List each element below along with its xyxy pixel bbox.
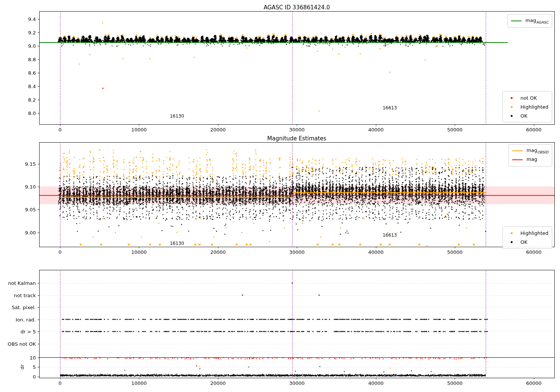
x-tick-label: 10000 bbox=[131, 249, 147, 255]
category-label: not track bbox=[14, 292, 36, 298]
legend-ok-label: OK bbox=[520, 239, 528, 245]
x-tick-label: 30000 bbox=[289, 127, 305, 133]
category-label: OBS not OK bbox=[8, 341, 36, 346]
top-plot-title: AGASC ID 336861424.0 bbox=[264, 4, 330, 11]
x-tick-label: 20000 bbox=[210, 127, 225, 133]
ok-dot-swatch bbox=[511, 241, 513, 243]
x-tick-label: 30000 bbox=[289, 249, 305, 255]
category-label: Ion. rad. bbox=[16, 317, 36, 322]
mag-agasc-line-swatch bbox=[511, 21, 522, 21]
legend-item-mag-obsid: magOBSID bbox=[512, 146, 548, 155]
y-tick-label: 8.0 bbox=[28, 111, 36, 116]
y-tick-label: 9.10 bbox=[25, 184, 36, 190]
legend-ok-label: OK bbox=[520, 113, 528, 119]
y-tick-label: 9.0 bbox=[28, 43, 36, 49]
category-label: dr > 5 bbox=[21, 329, 36, 335]
mag-obsid-line-swatch bbox=[512, 150, 523, 151]
x-tick-label: 50000 bbox=[447, 127, 463, 133]
obsid-annotation-mid-16130: 16130 bbox=[170, 241, 184, 246]
x-tick-label: 30000 bbox=[289, 380, 305, 386]
legend-item-highlighted-mid: Highlighted bbox=[506, 228, 548, 237]
obsid-annotation-top-16613: 16613 bbox=[383, 105, 397, 111]
legend-mag-agasc: magAGASC bbox=[507, 14, 552, 28]
x-tick-label: 60000 bbox=[526, 127, 541, 133]
y-tick-label: 9.2 bbox=[28, 30, 36, 35]
dr-axis-label: dr bbox=[19, 364, 25, 370]
highlighted-dot-swatch bbox=[511, 106, 513, 108]
y-tick-label: 8.6 bbox=[28, 70, 36, 76]
legend-top-points: not OK Highlighted OK bbox=[503, 91, 552, 122]
y-tick-label: 9.05 bbox=[25, 207, 36, 212]
y-tick-label: 10 bbox=[29, 355, 36, 360]
x-tick-label: 20000 bbox=[210, 380, 225, 386]
x-tick-label: 50000 bbox=[447, 380, 463, 386]
category-label: Sat. pixel. bbox=[12, 305, 36, 310]
legend-not-ok-label: not OK bbox=[520, 95, 537, 101]
highlighted-dot-swatch bbox=[511, 232, 513, 234]
y-tick-label: 5 bbox=[33, 364, 36, 370]
category-label: not Kalman bbox=[8, 280, 36, 286]
legend-item-not-ok: not OK bbox=[506, 93, 548, 102]
x-tick-label: 60000 bbox=[526, 380, 541, 386]
legend-mag-label: mag bbox=[526, 156, 537, 163]
legend-item-highlighted: Highlighted bbox=[506, 102, 548, 111]
legend-mag-lines: magOBSID mag bbox=[508, 144, 552, 167]
legend-mag-agasc-label: magAGASC bbox=[525, 18, 548, 24]
legend-item-ok-mid: OK bbox=[506, 237, 548, 246]
plots-canvas bbox=[0, 0, 560, 392]
not-ok-dot-swatch bbox=[511, 97, 513, 99]
x-tick-label: 40000 bbox=[368, 380, 383, 386]
y-tick-label: 9.4 bbox=[28, 16, 36, 22]
legend-highlighted-label: Highlighted bbox=[520, 104, 548, 110]
x-tick-label: 50000 bbox=[447, 249, 463, 255]
y-tick-label: 9.00 bbox=[25, 230, 36, 235]
middle-plot-title: Magnitude Estimates bbox=[267, 135, 326, 142]
mag-line-swatch bbox=[512, 159, 523, 160]
y-tick-label: 8.4 bbox=[28, 84, 36, 89]
x-tick-label: 20000 bbox=[210, 249, 225, 255]
x-tick-label: 0 bbox=[59, 249, 62, 255]
y-tick-label: 8.2 bbox=[28, 97, 36, 103]
obsid-annotation-top-16130: 16130 bbox=[170, 113, 184, 119]
x-tick-label: 10000 bbox=[131, 127, 147, 133]
y-tick-label: 0 bbox=[33, 374, 36, 379]
legend-middle-points: Highlighted OK bbox=[503, 226, 552, 249]
legend-highlighted-label: Highlighted bbox=[520, 230, 548, 236]
x-tick-label: 40000 bbox=[368, 249, 383, 255]
y-tick-label: 9.15 bbox=[25, 161, 36, 167]
legend-item-mag: mag bbox=[512, 155, 548, 164]
x-tick-label: 0 bbox=[59, 127, 62, 133]
legend-mag-obsid-label: magOBSID bbox=[526, 147, 548, 154]
ok-dot-swatch bbox=[511, 115, 513, 117]
obsid-annotation-mid-16613: 16613 bbox=[383, 233, 397, 238]
x-tick-label: 40000 bbox=[368, 127, 383, 133]
x-tick-label: 10000 bbox=[131, 380, 147, 386]
figure: AGASC ID 336861424.0 Magnitude Estimates… bbox=[0, 0, 560, 392]
legend-item-mag-agasc: magAGASC bbox=[511, 16, 548, 25]
legend-item-ok: OK bbox=[506, 111, 548, 120]
x-tick-label: 0 bbox=[59, 380, 62, 386]
y-tick-label: 8.8 bbox=[28, 57, 36, 62]
x-tick-label: 60000 bbox=[526, 249, 541, 255]
